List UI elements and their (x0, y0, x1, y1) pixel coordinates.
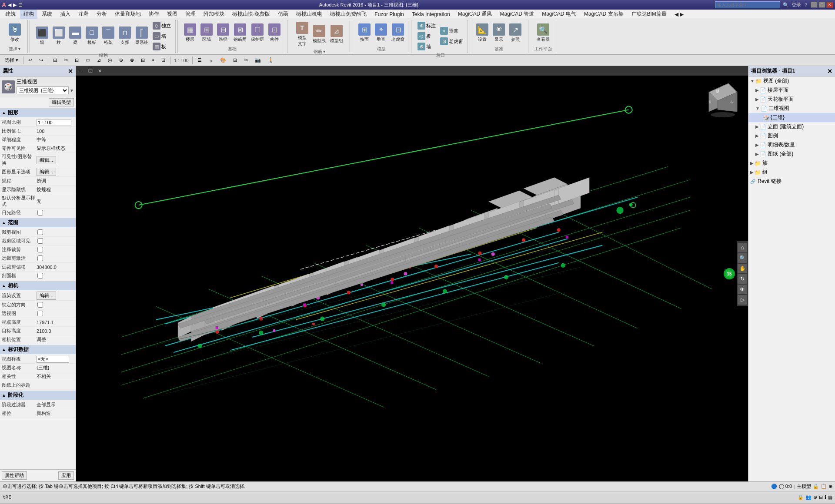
section-id-header[interactable]: ▲ 标识数据 (0, 345, 76, 354)
tree-3d-view-active[interactable]: 🎲 {三维} (748, 113, 835, 122)
nav-walk[interactable]: ▷ (738, 295, 747, 305)
far-clip-checkbox[interactable] (37, 255, 43, 261)
tree-revit-links[interactable]: 🔗 Revit 链接 (748, 177, 835, 186)
tool-select[interactable]: 选择 ▾ (2, 56, 21, 65)
ribbon-btn-show[interactable]: 👁 显示 (491, 23, 507, 43)
menu-xiezuo[interactable]: 协作 (145, 10, 163, 19)
tree-schedule[interactable]: ▶ 📄 明细表/数量 (748, 140, 835, 149)
tool-camera[interactable]: 📷 (252, 56, 264, 64)
menu-tili[interactable]: 体量和场地 (111, 10, 144, 19)
search-input[interactable] (715, 1, 780, 8)
nav-orbit[interactable]: ↻ (738, 274, 747, 284)
tree-groups[interactable]: ▶ 📁 组 (748, 168, 835, 177)
tool-unpin[interactable]: ⊡ (158, 56, 168, 64)
prop-apply-btn[interactable]: 应用 (58, 471, 74, 480)
menu-magicad-elec[interactable]: MagiCAD 电气 (538, 10, 580, 19)
status-icon-1[interactable]: 🔒 (813, 484, 819, 489)
tree-3d-views[interactable]: ▼ 📄 三维视图 (748, 104, 835, 113)
ribbon-btn-model-line[interactable]: ✏ 模型线 (311, 24, 327, 45)
tool-rotate[interactable]: ◎ (105, 56, 115, 64)
project-browser-close[interactable]: ✕ (827, 68, 832, 75)
bottom-info-icon[interactable]: ℹ (825, 494, 826, 500)
vp-restore[interactable]: ❐ (87, 68, 94, 74)
view-cube[interactable]: 顶 前 右 (700, 79, 739, 118)
tool-measure[interactable]: ⊞ (50, 56, 60, 64)
minimize-btn[interactable]: ─ (811, 2, 818, 8)
tool-render[interactable]: 🎨 (217, 56, 229, 64)
status-icon-2[interactable]: 📋 (821, 484, 827, 489)
ribbon-btn-slab[interactable]: ▤ 板 (151, 42, 173, 51)
menu-xitong[interactable]: 系统 (38, 10, 56, 19)
menu-magicad-hanger[interactable]: MagiCAD 支吊架 (581, 10, 627, 19)
edit-type-btn[interactable]: 编辑类型 (49, 98, 74, 106)
ribbon-btn-path[interactable]: ⊟ 路径 (215, 23, 231, 43)
tool-copy[interactable]: ⊿ (94, 56, 104, 64)
ribbon-btn-dormer2[interactable]: ⊡ 老虎窗 (438, 36, 465, 46)
ribbon-btn-rebar-grid[interactable]: ⊠ 钢筋网 (232, 23, 248, 43)
quick-access[interactable]: ☰ (18, 2, 23, 8)
vp-close[interactable]: ✕ (96, 68, 104, 74)
menu-tekla[interactable]: Tekla Integration (408, 10, 454, 18)
section-range-header[interactable]: ▲ 范围 (0, 218, 76, 227)
bottom-users-icon[interactable]: 👥 (805, 494, 812, 500)
ribbon-btn-model-group[interactable]: ⊿ 模型组 (328, 24, 345, 45)
ribbon-btn-by-face[interactable]: ⊞ 按面 (357, 23, 372, 43)
menu-olive-mep[interactable]: 橄榄山机电 (293, 10, 326, 19)
menu-jianzhu[interactable]: 建筑 (2, 10, 19, 19)
tool-shadows[interactable]: ☼ (206, 56, 216, 64)
menu-olive-cool[interactable]: 橄榄山免费酷飞 (327, 10, 370, 19)
locked-dir-checkbox[interactable] (37, 302, 43, 308)
tool-mirror[interactable]: ⊕ (116, 56, 126, 64)
menu-zhujie[interactable]: 注释 (75, 10, 92, 19)
ribbon-btn-independent[interactable]: ◇ 独立 (151, 21, 173, 30)
menu-fuzor[interactable]: Fuzor Plugin (371, 10, 407, 18)
bottom-lock-icon[interactable]: 🔒 (798, 494, 804, 500)
tool-array[interactable]: ⊗ (127, 56, 137, 64)
sun-path-checkbox[interactable] (37, 210, 43, 216)
ribbon-btn-wall3[interactable]: ⊗ 墙 (416, 42, 438, 51)
maximize-btn[interactable]: □ (818, 2, 825, 8)
tool-redo[interactable]: ↪ (36, 56, 46, 64)
ribbon-btn-col[interactable]: ⬜ 柱 (51, 26, 67, 46)
vis-graphics-btn[interactable]: 编辑... (37, 156, 56, 164)
ribbon-btn-beam[interactable]: ▬ 梁 (67, 26, 83, 46)
menu-fujiamokuai[interactable]: 附加模块 (200, 10, 228, 19)
status-icon-3[interactable]: ⊕ (828, 484, 832, 489)
tool-move[interactable]: ▭ (83, 56, 93, 64)
tool-scale[interactable]: ⊞ (138, 56, 148, 64)
crop-region-checkbox[interactable] (37, 238, 43, 244)
section-camera-header[interactable]: ▲ 相机 (0, 281, 76, 290)
menu-magicad-vent[interactable]: MagiCAD 通风 (454, 10, 496, 19)
bottom-more-icon[interactable]: ▤ (828, 494, 832, 500)
ribbon-btn-viewer[interactable]: 🔍 查看器 (535, 23, 551, 43)
tool-pin[interactable]: ⌖ (149, 56, 157, 64)
tree-families[interactable]: ▶ 📁 族 (748, 159, 835, 168)
nav-forward[interactable]: ▶ (13, 2, 17, 8)
menu-glodon[interactable]: 广联达BIM算量 (628, 10, 670, 19)
ribbon-btn-slab2[interactable]: ◎ 板 (416, 31, 438, 41)
close-btn[interactable]: ✕ (826, 2, 833, 8)
rebar-group-label[interactable]: 钢筋 ▾ (314, 49, 326, 55)
tool-walktrough[interactable]: 🚶 (265, 56, 277, 64)
ribbon-btn-dormer[interactable]: ⊡ 老虎窗 (390, 23, 406, 43)
tool-undo[interactable]: ↩ (25, 56, 35, 64)
tool-align[interactable]: ⊟ (72, 56, 82, 64)
ribbon-btn-beam-sys[interactable]: ⎡ 梁系统 (134, 26, 150, 46)
section-graphic-header[interactable]: ▲ 图形 (0, 108, 76, 117)
ribbon-btn-ref[interactable]: ↗ 参照 (508, 23, 523, 43)
ribbon-btn-wall[interactable]: ⬛ 墙 (34, 26, 50, 46)
render-settings-btn[interactable]: 编辑... (37, 292, 56, 300)
ribbon-btn-component[interactable]: ⊡ 构件 (267, 23, 282, 43)
menu-olive-free[interactable]: 橄榄山快·免费版 (229, 10, 274, 19)
menu-shitu[interactable]: 视图 (164, 10, 181, 19)
bottom-add-icon[interactable]: ⊕ (813, 494, 817, 500)
select-group-label[interactable]: 选择 ▾ (9, 46, 21, 52)
tree-elevation[interactable]: ▶ 📄 立面 (建筑立面) (748, 122, 835, 131)
menu-more[interactable]: ◀ ▶ (671, 10, 687, 18)
prop-help-btn[interactable]: 属性帮助 (2, 471, 27, 480)
section-box-checkbox[interactable] (37, 273, 43, 279)
perspective-checkbox[interactable] (37, 311, 43, 316)
ribbon-btn-model-text[interactable]: T 模型文字 (294, 21, 310, 48)
tree-floor-plan[interactable]: ▶ 📄 楼层平面 (748, 86, 835, 95)
ribbon-btn-floor[interactable]: ▦ 楼层 (182, 23, 198, 43)
